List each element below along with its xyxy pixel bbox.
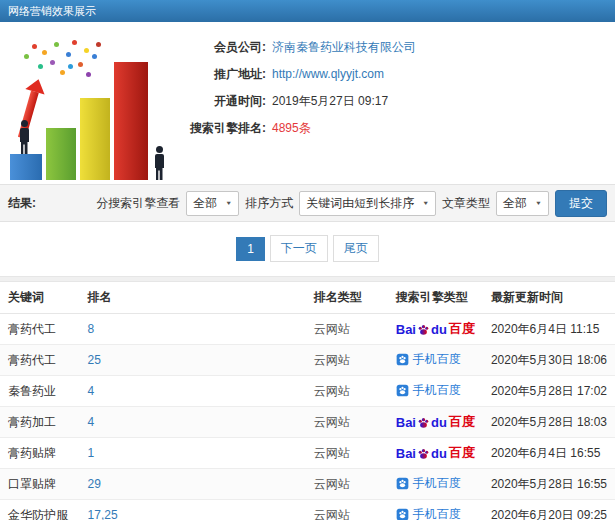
url-label: 推广地址: xyxy=(178,65,266,83)
rank-type-cell: 云网站 xyxy=(306,438,388,469)
info-row-rank: 搜索引擎排名: 4895条 xyxy=(178,119,416,137)
chevron-down-icon: ▼ xyxy=(422,200,429,206)
info-row-company: 会员公司: 济南秦鲁药业科技有限公司 xyxy=(178,38,416,56)
page-title: 网络营销效果展示 xyxy=(8,5,96,17)
table-row: 口罩贴牌 29 云网站 Bai du 百度 xyxy=(0,469,615,500)
submit-button[interactable]: 提交 xyxy=(555,190,607,217)
table-row: 秦鲁药业 4 云网站 Bai du 百度 xyxy=(0,376,615,407)
updated-cell: 2020年5月28日 17:02 xyxy=(483,376,615,407)
page-button-current[interactable]: 1 xyxy=(236,237,265,261)
rank-type-cell: 云网站 xyxy=(306,345,388,376)
title-bar: 网络营销效果展示 xyxy=(0,0,615,22)
header-rank-type: 排名类型 xyxy=(306,282,388,314)
baidu-paw-icon xyxy=(417,323,430,336)
table-row: 金华防护服 17,25 云网站 Bai du 百度 xyxy=(0,500,615,520)
keyword-cell: 膏药加工 xyxy=(0,407,80,438)
info-row-url: 推广地址: http://www.qlyyjt.com xyxy=(178,65,416,83)
baidu-logo[interactable]: Bai du 百度 xyxy=(396,320,475,338)
member-info-list: 会员公司: 济南秦鲁药业科技有限公司 推广地址: http://www.qlyy… xyxy=(178,38,416,146)
updated-cell: 2020年6月4日 11:15 xyxy=(483,314,615,345)
opened-label: 开通时间: xyxy=(178,92,266,110)
updated-cell: 2020年5月28日 18:03 xyxy=(483,407,615,438)
updated-cell: 2020年6月20日 09:25 xyxy=(483,500,615,520)
table-row: 膏药加工 4 云网站 Bai du 百度 xyxy=(0,407,615,438)
promotion-url-link[interactable]: http://www.qlyyjt.com xyxy=(272,65,384,83)
rank-link[interactable]: 17,25 xyxy=(88,508,118,520)
keyword-cell: 金华防护服 xyxy=(0,500,80,520)
baidu-paw-icon xyxy=(417,416,430,429)
rank-link[interactable]: 4 xyxy=(88,384,95,398)
engine-cell: Bai du 百度 手机百度 xyxy=(388,438,483,469)
rank-count-value: 4895条 xyxy=(272,119,311,137)
filters: 分搜索引擎查看 全部 ▼ 排序方式 关键词由短到长排序 ▼ 文章类型 全部 ▼ … xyxy=(96,190,607,217)
header-updated: 最新更新时间 xyxy=(483,282,615,314)
shouji-baidu[interactable]: 手机百度 xyxy=(396,382,461,399)
table-body: 膏药代工 8 云网站 Bai du 百度 xyxy=(0,314,615,520)
bar-red xyxy=(114,62,148,180)
chevron-down-icon: ▼ xyxy=(535,200,542,206)
shouji-baidu[interactable]: 手机百度 xyxy=(396,475,461,492)
last-page-button[interactable]: 尾页 xyxy=(333,235,379,262)
chart-illustration xyxy=(6,32,176,180)
shouji-baidu[interactable]: 手机百度 xyxy=(396,351,461,368)
opened-value: 2019年5月27日 09:17 xyxy=(272,92,388,110)
engine-cell: Bai du 百度 手机百度 xyxy=(388,500,483,520)
rank-count-label: 搜索引擎排名: xyxy=(178,119,266,137)
rank-link[interactable]: 29 xyxy=(88,477,101,491)
keyword-cell: 口罩贴牌 xyxy=(0,469,80,500)
pagination: 1 下一页 尾页 xyxy=(0,222,615,276)
businessman-right xyxy=(152,146,166,180)
company-label: 会员公司: xyxy=(178,38,266,56)
results-filter-bar: 结果: 分搜索引擎查看 全部 ▼ 排序方式 关键词由短到长排序 ▼ 文章类型 全… xyxy=(0,184,615,222)
engine-cell: Bai du 百度 手机百度 xyxy=(388,407,483,438)
rank-type-cell: 云网站 xyxy=(306,469,388,500)
updated-cell: 2020年5月30日 18:06 xyxy=(483,345,615,376)
rank-link[interactable]: 8 xyxy=(88,322,95,336)
company-link[interactable]: 济南秦鲁药业科技有限公司 xyxy=(272,38,416,56)
article-type-select[interactable]: 全部 ▼ xyxy=(496,191,549,216)
table-header-row: 关键词 排名 排名类型 搜索引擎类型 最新更新时间 xyxy=(0,282,615,314)
rank-link[interactable]: 25 xyxy=(88,353,101,367)
mobile-baidu-icon xyxy=(396,353,409,366)
engine-cell: Bai du 百度 手机百度 xyxy=(388,469,483,500)
engine-filter-select[interactable]: 全部 ▼ xyxy=(186,191,239,216)
next-page-button[interactable]: 下一页 xyxy=(270,235,328,262)
engine-cell: Bai du 百度 手机百度 xyxy=(388,376,483,407)
confetti-dots xyxy=(32,44,37,49)
rank-link[interactable]: 4 xyxy=(88,415,95,429)
keyword-cell: 秦鲁药业 xyxy=(0,376,80,407)
rank-type-cell: 云网站 xyxy=(306,500,388,520)
businessman-left xyxy=(17,120,31,154)
header-engine-type: 搜索引擎类型 xyxy=(388,282,483,314)
keyword-cell: 膏药贴牌 xyxy=(0,438,80,469)
updated-cell: 2020年5月28日 16:55 xyxy=(483,469,615,500)
header-keyword: 关键词 xyxy=(0,282,80,314)
engine-cell: Bai du 百度 手机百度 xyxy=(388,314,483,345)
sort-filter-label: 排序方式 xyxy=(245,195,293,212)
keyword-table: 关键词 排名 排名类型 搜索引擎类型 最新更新时间 膏药代工 8 云网站 Bai… xyxy=(0,282,615,520)
baidu-logo[interactable]: Bai du 百度 xyxy=(396,444,475,462)
results-label: 结果: xyxy=(8,195,36,212)
table-row: 膏药代工 8 云网站 Bai du 百度 xyxy=(0,314,615,345)
page: 网络营销效果展示 会员公司: 济南秦鲁药业科技有限公司 xyxy=(0,0,615,520)
updated-cell: 2020年6月4日 16:55 xyxy=(483,438,615,469)
chevron-down-icon: ▼ xyxy=(225,200,232,206)
info-row-opened: 开通时间: 2019年5月27日 09:17 xyxy=(178,92,416,110)
mobile-baidu-icon xyxy=(396,477,409,490)
info-section: 会员公司: 济南秦鲁药业科技有限公司 推广地址: http://www.qlyy… xyxy=(0,22,615,184)
header-rank: 排名 xyxy=(80,282,306,314)
keyword-cell: 膏药代工 xyxy=(0,345,80,376)
shouji-baidu[interactable]: 手机百度 xyxy=(396,506,461,520)
bar-yellow xyxy=(80,98,110,180)
engine-filter-label: 分搜索引擎查看 xyxy=(96,195,180,212)
rank-type-cell: 云网站 xyxy=(306,407,388,438)
table-row: 膏药代工 25 云网站 Bai du 百度 xyxy=(0,345,615,376)
mobile-baidu-icon xyxy=(396,384,409,397)
rank-type-cell: 云网站 xyxy=(306,314,388,345)
rank-link[interactable]: 1 xyxy=(88,446,95,460)
rank-type-cell: 云网站 xyxy=(306,376,388,407)
baidu-logo[interactable]: Bai du 百度 xyxy=(396,413,475,431)
keyword-cell: 膏药代工 xyxy=(0,314,80,345)
bar-blue xyxy=(10,154,42,180)
sort-filter-select[interactable]: 关键词由短到长排序 ▼ xyxy=(299,191,436,216)
